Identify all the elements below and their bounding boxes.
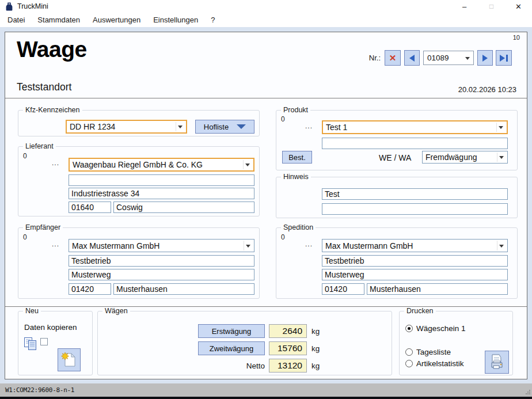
record-number-label: Nr.:	[362, 54, 381, 62]
spedition-city-field[interactable]: Musterhausen	[367, 283, 508, 295]
lieferant-code: 0	[23, 152, 27, 160]
lieferant-name2-field[interactable]	[69, 174, 254, 186]
bestellung-button[interactable]: Best.	[282, 151, 312, 164]
produkt-browse-button[interactable]: ...	[305, 122, 313, 130]
chevron-down-icon	[499, 245, 504, 248]
hinweis-group: Hinweis Test	[276, 177, 518, 218]
produkt-name2-field[interactable]	[322, 138, 508, 149]
new-record-button[interactable]	[58, 348, 81, 371]
spedition-street-field[interactable]: Musterweg	[322, 269, 508, 280]
empfaenger-browse-button[interactable]: ...	[52, 240, 59, 248]
menu-help[interactable]: ?	[204, 13, 221, 26]
spedition-browse-button[interactable]: ...	[305, 240, 313, 248]
main-panel: 10 Waage Nr.: ✕ 01089 Teststandort 20.02…	[5, 32, 527, 379]
erstwaegung-button[interactable]: Erstwägung	[198, 324, 265, 338]
lieferant-browse-button[interactable]: ...	[52, 159, 59, 167]
kfz-plate-combobox[interactable]: DD HR 1234	[66, 120, 187, 134]
previous-record-button[interactable]	[404, 50, 420, 66]
chevron-down-icon	[499, 156, 504, 159]
erstwaegung-label: Erstwägung	[212, 327, 252, 336]
produkt-label: Produkt	[281, 106, 310, 114]
com-port-status: W1:COM22:9600-8-n-1	[5, 386, 74, 394]
menu-einstellungen[interactable]: Einstellungen	[147, 13, 204, 26]
chevron-down-icon	[499, 126, 503, 129]
minimize-button[interactable]: –	[451, 0, 478, 13]
arrow-left-icon	[409, 55, 415, 62]
empfaenger-group: Empfänger 0 ... Max Mustermann GmbH Test…	[18, 227, 260, 299]
radio-icon	[405, 325, 413, 332]
datetime-label: 20.02.2026 10:23	[458, 85, 516, 94]
empfaenger-name2-field[interactable]: Testbetrieb	[69, 255, 254, 267]
empfaenger-zip-field[interactable]: 01420	[69, 283, 111, 295]
empfaenger-name-value: Max Mustermann GmbH	[72, 241, 159, 250]
lieferant-label: Lieferant	[23, 142, 56, 150]
zweitwaegung-label: Zweitwägung	[210, 344, 254, 353]
drucken-group: Drucken Wägeschein 1 Tagesliste Artikels…	[399, 311, 513, 375]
record-number-combobox[interactable]: 01089	[423, 51, 474, 65]
arrow-last-icon	[500, 55, 505, 62]
close-button[interactable]: ✕	[505, 0, 532, 13]
hinweis-line2-field[interactable]	[322, 203, 508, 215]
menu-bar: Datei Stammdaten Auswertungen Einstellun…	[0, 13, 532, 27]
spedition-combobox[interactable]: Max Mustermann GmbH	[322, 239, 508, 252]
erstwaegung-value: 2640	[269, 324, 307, 338]
menu-auswertungen[interactable]: Auswertungen	[86, 13, 147, 26]
menu-stammdaten[interactable]: Stammdaten	[31, 13, 86, 26]
next-record-button[interactable]	[477, 50, 493, 66]
lieferant-group: Lieferant 0 ... Waagenbau Riegel GmbH & …	[18, 146, 260, 216]
spedition-name2-field[interactable]: Testbetrieb	[322, 255, 508, 267]
radio-artikelstatistik[interactable]: Artikelstatistik	[405, 359, 464, 368]
window-titlebar[interactable]: TruckMini – □ ✕	[0, 0, 532, 13]
waegen-label: Wägen	[102, 307, 130, 315]
empfaenger-street-field[interactable]: Musterweg	[69, 269, 254, 280]
hinweis-line1-field[interactable]: Test	[322, 188, 508, 200]
print-button[interactable]	[485, 351, 509, 374]
radio-icon	[405, 360, 413, 367]
menu-datei[interactable]: Datei	[1, 13, 31, 26]
location-label: Teststandort	[17, 81, 71, 93]
lieferant-street-field[interactable]: Industriestrasse 34	[69, 188, 254, 199]
window-title: TruckMini	[17, 2, 48, 10]
drucken-label: Drucken	[404, 307, 436, 315]
copy-data-checkbox[interactable]	[40, 338, 48, 345]
chevron-down-icon	[245, 164, 250, 166]
kfz-kennzeichen-label: Kfz-Kennzeichen	[23, 106, 82, 114]
neu-group: Neu Daten kopieren	[18, 311, 93, 375]
produkt-combobox[interactable]: Test 1	[322, 120, 508, 134]
hofliste-button[interactable]: Hofliste	[195, 120, 254, 134]
hinweis-label: Hinweis	[281, 173, 311, 181]
resize-grip-icon[interactable]	[525, 389, 531, 395]
netto-unit: kg	[311, 362, 320, 370]
spedition-code: 0	[281, 233, 285, 241]
lieferant-city-field[interactable]: Coswig	[113, 202, 254, 213]
lieferant-combobox[interactable]: Waagenbau Riegel GmbH & Co. KG	[69, 158, 254, 172]
delete-icon: ✕	[389, 54, 397, 62]
wewa-combobox[interactable]: Fremdwägung	[422, 151, 508, 164]
produkt-code: 0	[281, 115, 285, 123]
zweitwaegung-button[interactable]: Zweitwägung	[198, 341, 265, 355]
netto-value: 13120	[269, 359, 307, 373]
spedition-name-value: Max Mustermann GmbH	[325, 241, 413, 250]
header-divider	[5, 98, 527, 98]
last-record-button[interactable]	[496, 50, 512, 66]
chevron-down-icon	[178, 126, 183, 128]
hofliste-label: Hofliste	[204, 123, 229, 131]
copy-icon	[23, 337, 39, 352]
empfaenger-city-field[interactable]: Musterhausen	[113, 283, 254, 295]
maximize-button[interactable]: □	[478, 0, 505, 13]
empfaenger-combobox[interactable]: Max Mustermann GmbH	[69, 239, 254, 252]
status-bar: W1:COM22:9600-8-n-1	[0, 383, 532, 397]
spedition-zip-field[interactable]: 01420	[322, 283, 364, 295]
lieferant-name-value: Waagenbau Riegel GmbH & Co. KG	[73, 160, 203, 169]
wewa-label: WE / WA	[379, 153, 411, 162]
window-controls: – □ ✕	[451, 0, 532, 13]
chevron-down-icon	[246, 245, 250, 248]
print-icon	[488, 354, 506, 371]
delete-record-button[interactable]: ✕	[385, 50, 401, 66]
radio-waegeschein[interactable]: Wägeschein 1	[405, 324, 466, 333]
app-icon	[5, 2, 13, 11]
produkt-group: Produkt 0 ... Test 1 Best. WE / WA Fremd…	[276, 110, 518, 170]
lieferant-zip-field[interactable]: 01640	[69, 202, 111, 213]
radio-tagesliste[interactable]: Tagesliste	[405, 348, 451, 356]
netto-label: Netto	[198, 362, 265, 370]
